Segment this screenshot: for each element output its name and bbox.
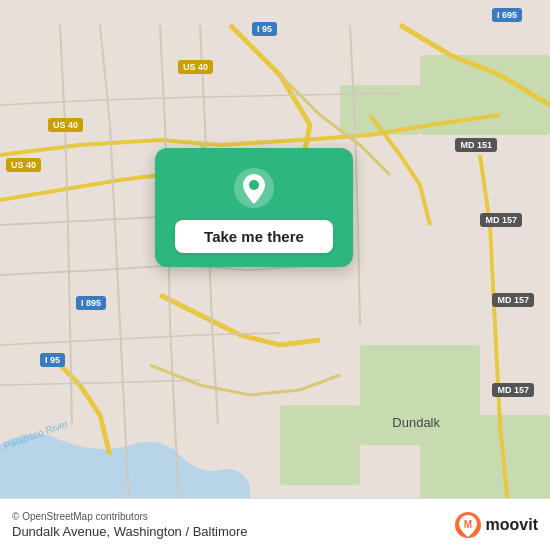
label-us40-left: US 40 [6, 158, 41, 172]
popup-card: Take me there [155, 148, 353, 267]
dundalk-place-label: Dundalk [392, 415, 440, 430]
label-i95-top: I 95 [252, 22, 277, 36]
location-label: Dundalk Avenue, Washington / Baltimore [12, 524, 248, 539]
moovit-logo: M moovit [454, 511, 538, 539]
map-background [0, 0, 550, 550]
svg-rect-4 [280, 405, 360, 485]
osm-attribution: © OpenStreetMap contributors [12, 511, 248, 522]
moovit-logo-icon: M [454, 511, 482, 539]
label-i895: I 895 [76, 296, 106, 310]
label-md157-mid: MD 157 [492, 293, 534, 307]
label-us40-top: US 40 [178, 60, 213, 74]
label-us40-mid: US 40 [48, 118, 83, 132]
label-md157-top: MD 157 [480, 213, 522, 227]
label-md151: MD 151 [455, 138, 497, 152]
svg-point-7 [249, 180, 259, 190]
moovit-brand-name: moovit [486, 516, 538, 534]
map-container: I 95 I 695 US 40 US 40 US 40 MD 151 MD 1… [0, 0, 550, 550]
label-i695: I 695 [492, 8, 522, 22]
svg-text:M: M [463, 519, 471, 530]
label-md157-bot: MD 157 [492, 383, 534, 397]
bottom-bar: © OpenStreetMap contributors Dundalk Ave… [0, 498, 550, 550]
take-me-there-button[interactable]: Take me there [175, 220, 333, 253]
label-i95-bot: I 95 [40, 353, 65, 367]
location-pin-icon [232, 166, 276, 210]
